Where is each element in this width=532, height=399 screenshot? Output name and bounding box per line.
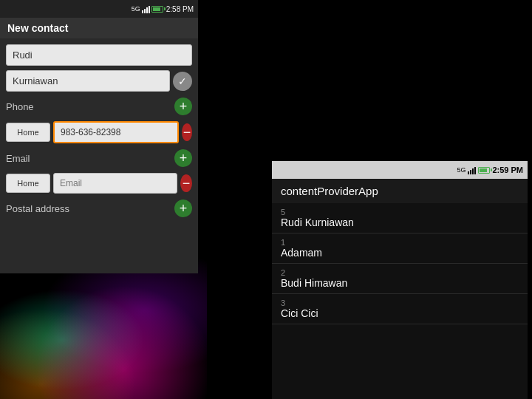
first-name-row: [6, 44, 192, 66]
confirm-button[interactable]: ✓: [173, 72, 192, 91]
add-phone-icon: +: [180, 100, 188, 113]
title-bar-right: contentProviderApp: [272, 179, 528, 203]
remove-email-button[interactable]: −: [180, 174, 192, 192]
signal-icon: [142, 4, 150, 13]
add-email-button[interactable]: +: [174, 149, 192, 167]
email-value-input[interactable]: [53, 173, 177, 194]
form-area: ✓ Phone + − Email +: [0, 38, 198, 273]
add-email-icon: +: [180, 151, 188, 165]
contact-name-1: Adamam: [281, 247, 519, 259]
signal-icon-right: [468, 166, 476, 174]
remove-email-icon: −: [183, 177, 191, 190]
last-name-row: ✓: [6, 70, 192, 92]
carrier-text: 5G: [132, 5, 140, 13]
email-section-header: Email +: [6, 148, 192, 168]
status-bar-right: 5G 2:59 PM: [272, 161, 528, 179]
email-label: Email: [6, 153, 30, 164]
contact-name-2: Budi Himawan: [281, 277, 519, 289]
phone-type-input[interactable]: [6, 123, 50, 142]
contact-id-3: 3: [281, 299, 519, 307]
phone-right: 5G 2:59 PM contentProviderApp 5 Rudi Kur…: [272, 161, 528, 399]
status-icons-left: 5G 2:58 PM: [132, 4, 194, 13]
add-phone-button[interactable]: +: [174, 98, 192, 115]
time-left: 2:58 PM: [166, 5, 194, 13]
email-type-input[interactable]: [6, 174, 50, 193]
contact-id-1: 1: [281, 238, 519, 247]
contact-item-2[interactable]: 2 Budi Himawan: [272, 264, 528, 294]
phone-section-header: Phone +: [6, 96, 192, 117]
battery-icon: [151, 6, 163, 13]
app-title-right: contentProviderApp: [281, 185, 378, 197]
contact-id-5: 5: [281, 208, 519, 216]
phone-input-row: −: [6, 121, 192, 143]
battery-icon-right: [478, 167, 490, 174]
title-bar-left: New contact: [0, 18, 198, 38]
postal-label: Postal address: [6, 203, 69, 214]
status-bar-left: 5G 2:58 PM: [0, 0, 198, 18]
background-swirl: [0, 251, 207, 399]
check-icon: ✓: [178, 75, 187, 87]
contact-name-3: Cici Cici: [281, 307, 519, 319]
add-postal-icon: +: [180, 202, 188, 215]
contact-item-5[interactable]: 5 Rudi Kurniawan: [272, 203, 528, 233]
remove-phone-icon: −: [183, 126, 191, 139]
contact-list: 5 Rudi Kurniawan 1 Adamam 2 Budi Himawan…: [272, 203, 528, 399]
time-right: 2:59 PM: [492, 166, 523, 174]
contact-item-3[interactable]: 3 Cici Cici: [272, 294, 528, 324]
postal-section-header: Postal address +: [6, 198, 192, 219]
phone-value-input[interactable]: [53, 121, 179, 143]
last-name-input[interactable]: [6, 70, 170, 92]
carrier-text-right: 5G: [457, 166, 466, 174]
remove-phone-button[interactable]: −: [182, 123, 192, 141]
phone-left: 5G 2:58 PM New contact ✓: [0, 0, 198, 273]
app-title-left: New contact: [7, 22, 68, 34]
first-name-input[interactable]: [6, 44, 192, 66]
add-postal-button[interactable]: +: [174, 200, 192, 217]
contact-id-2: 2: [281, 268, 519, 277]
contact-item-1[interactable]: 1 Adamam: [272, 233, 528, 264]
contact-name-5: Rudi Kurniawan: [281, 216, 519, 228]
email-input-row: −: [6, 173, 192, 194]
phone-label: Phone: [6, 101, 34, 112]
